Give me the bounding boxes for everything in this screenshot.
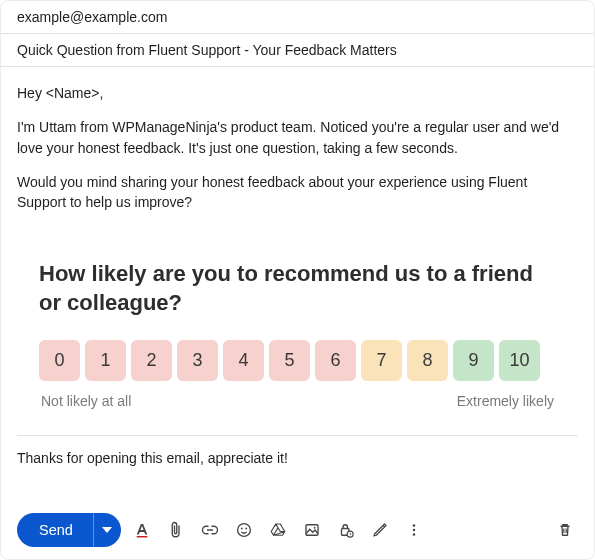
kebab-menu-icon <box>405 521 423 539</box>
subject-text: Quick Question from Fluent Support - You… <box>17 42 397 58</box>
nps-score-8[interactable]: 8 <box>407 340 448 381</box>
paperclip-icon <box>167 521 185 539</box>
insert-drive-button[interactable] <box>265 517 291 543</box>
greeting-line: Hey <Name>, <box>17 83 578 103</box>
svg-point-2 <box>241 528 243 530</box>
closing-line: Thanks for opening this email, appreciat… <box>17 448 578 468</box>
nps-anchor-high: Extremely likely <box>457 391 554 411</box>
recipient-chip[interactable]: example@example.com <box>17 9 167 25</box>
send-button-group: Send <box>17 513 121 547</box>
svg-point-5 <box>314 527 316 529</box>
email-body[interactable]: Hey <Name>, I'm Uttam from WPManageNinja… <box>1 67 594 503</box>
send-options-dropdown[interactable] <box>93 513 121 547</box>
discard-draft-button[interactable] <box>552 517 578 543</box>
trash-icon <box>556 521 574 539</box>
more-options-button[interactable] <box>401 517 427 543</box>
svg-point-9 <box>413 529 416 532</box>
paragraph-2: Would you mind sharing your honest feedb… <box>17 172 578 213</box>
nps-score-0[interactable]: 0 <box>39 340 80 381</box>
svg-rect-0 <box>137 536 148 538</box>
svg-point-3 <box>245 528 247 530</box>
nps-scale: 012345678910 <box>39 340 556 381</box>
attach-file-button[interactable] <box>163 517 189 543</box>
nps-anchors: Not likely at all Extremely likely <box>39 389 556 411</box>
to-field[interactable]: example@example.com <box>1 1 594 34</box>
nps-score-1[interactable]: 1 <box>85 340 126 381</box>
lock-clock-icon <box>337 521 355 539</box>
svg-rect-4 <box>306 525 318 536</box>
svg-point-8 <box>413 524 416 527</box>
nps-score-5[interactable]: 5 <box>269 340 310 381</box>
insert-image-button[interactable] <box>299 517 325 543</box>
svg-point-10 <box>413 533 416 536</box>
paragraph-1: I'm Uttam from WPManageNinja's product t… <box>17 117 578 158</box>
insert-link-button[interactable] <box>197 517 223 543</box>
image-icon <box>303 521 321 539</box>
nps-score-9[interactable]: 9 <box>453 340 494 381</box>
subject-field[interactable]: Quick Question from Fluent Support - You… <box>1 34 594 67</box>
send-button[interactable]: Send <box>17 513 93 547</box>
horizontal-divider <box>17 435 578 436</box>
svg-point-1 <box>238 524 251 537</box>
drive-icon <box>269 521 287 539</box>
confidential-mode-button[interactable] <box>333 517 359 543</box>
nps-question: How likely are you to recommend us to a … <box>39 260 556 317</box>
nps-score-7[interactable]: 7 <box>361 340 402 381</box>
insert-emoji-button[interactable] <box>231 517 257 543</box>
format-text-icon <box>133 521 151 539</box>
nps-score-4[interactable]: 4 <box>223 340 264 381</box>
nps-score-10[interactable]: 10 <box>499 340 540 381</box>
nps-anchor-low: Not likely at all <box>41 391 131 411</box>
link-icon <box>201 521 219 539</box>
nps-score-3[interactable]: 3 <box>177 340 218 381</box>
emoji-icon <box>235 521 253 539</box>
chevron-down-icon <box>102 527 112 533</box>
pen-icon <box>371 521 389 539</box>
format-text-button[interactable] <box>129 517 155 543</box>
nps-survey-block: How likely are you to recommend us to a … <box>17 242 578 420</box>
nps-score-2[interactable]: 2 <box>131 340 172 381</box>
compose-toolbar: Send <box>1 503 594 559</box>
nps-score-6[interactable]: 6 <box>315 340 356 381</box>
compose-window: example@example.com Quick Question from … <box>0 0 595 560</box>
insert-signature-button[interactable] <box>367 517 393 543</box>
